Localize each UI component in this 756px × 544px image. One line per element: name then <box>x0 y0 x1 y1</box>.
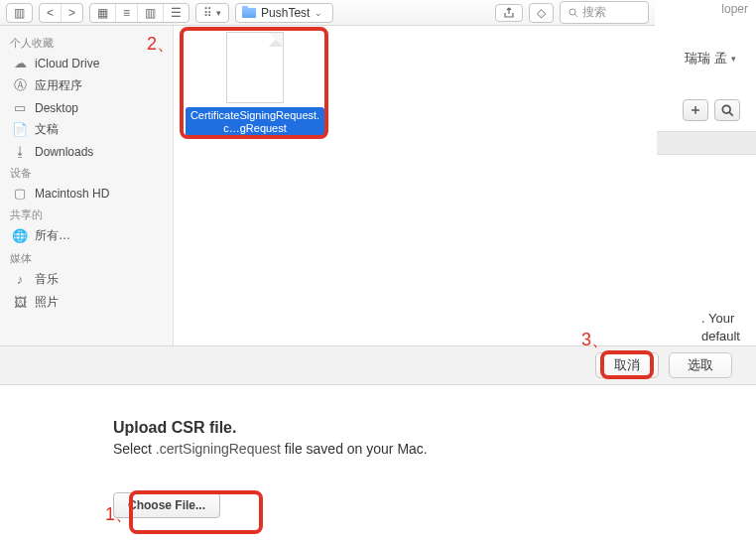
annotation-label-2: 2、 <box>147 32 175 56</box>
user-menu[interactable]: 瑞瑞 孟 ▾ <box>685 50 736 68</box>
folder-icon <box>242 8 256 18</box>
view-columns-icon[interactable]: ▥ <box>137 4 163 22</box>
search-button[interactable] <box>714 99 740 121</box>
background-tab-text: loper <box>721 2 748 16</box>
sidebar-toggle[interactable]: ▥ <box>6 3 33 23</box>
view-coverflow-icon[interactable]: ☰ <box>163 4 189 22</box>
user-name: 瑞瑞 孟 <box>685 50 727 68</box>
sidebar-item-disk[interactable]: ▢Macintosh HD <box>0 183 173 204</box>
view-mode-segment[interactable]: ▦ ≡ ▥ ☰ <box>89 3 189 23</box>
svg-point-2 <box>722 105 730 113</box>
sidebar-header-devices: 设备 <box>0 162 173 183</box>
plus-icon: ＋ <box>689 101 702 119</box>
sidebar-item-applications[interactable]: Ⓐ应用程序 <box>0 73 173 97</box>
tags-button[interactable]: ◇ <box>529 3 554 23</box>
svg-line-3 <box>729 112 733 116</box>
right-toolbar: ＋ <box>683 99 740 121</box>
search-placeholder: 搜索 <box>582 4 606 21</box>
sidebar-item-music[interactable]: ♪音乐 <box>0 268 173 291</box>
search-field[interactable]: 搜索 <box>560 1 649 24</box>
apps-icon: Ⓐ <box>12 76 28 94</box>
view-icon-grid-icon[interactable]: ▦ <box>90 4 115 22</box>
document-icon <box>226 32 284 103</box>
csr-title: Upload CSR file. <box>113 419 716 437</box>
tag-icon: ◇ <box>537 6 546 20</box>
sidebar-item-all-shared[interactable]: 🌐所有… <box>0 224 173 247</box>
search-icon <box>568 8 578 18</box>
sidebar-item-desktop[interactable]: ▭Desktop <box>0 97 173 118</box>
annotation-label-3: 3、 <box>581 328 609 351</box>
folder-name: PushTest <box>261 6 310 20</box>
docs-icon: 📄 <box>12 122 28 137</box>
photos-icon: 🖼 <box>12 295 28 310</box>
desktop-icon: ▭ <box>12 100 28 115</box>
sidebar-item-photos[interactable]: 🖼照片 <box>0 291 173 314</box>
share-icon <box>503 7 515 19</box>
svg-line-1 <box>574 14 577 17</box>
arrange-icon: ⠿ <box>203 6 212 20</box>
csr-section: Upload CSR file. Select .certSigningRequ… <box>113 419 716 518</box>
sidebar-item-icloud[interactable]: ☁iCloud Drive <box>0 53 173 73</box>
file-area[interactable]: CertificateSigningRequest.c…gRequest <box>174 26 655 345</box>
sidebar-header-shared: 共享的 <box>0 204 173 224</box>
chevron-updown-icon: ⌄ <box>315 8 322 18</box>
choose-button[interactable]: 选取 <box>669 352 732 378</box>
sidebar-header-media: 媒体 <box>0 247 173 268</box>
music-icon: ♪ <box>12 272 28 287</box>
dialog-footer: 取消 选取 <box>0 345 756 385</box>
background-strip <box>657 131 756 155</box>
globe-icon: 🌐 <box>12 228 28 243</box>
chevron-down-icon: ▾ <box>731 54 736 64</box>
disk-icon: ▢ <box>12 186 28 201</box>
folder-path-button[interactable]: PushTest ⌄ <box>235 3 333 23</box>
nav-back-forward[interactable]: <> <box>39 3 83 23</box>
add-button[interactable]: ＋ <box>683 99 708 121</box>
cancel-button[interactable]: 取消 <box>595 352 659 378</box>
csr-subtitle: Select .certSigningRequest file saved on… <box>113 441 716 457</box>
svg-point-0 <box>569 9 575 15</box>
file-item-csr[interactable]: CertificateSigningRequest.c…gRequest <box>186 32 324 137</box>
search-icon <box>721 104 734 117</box>
finder-toolbar: ▥ <> ▦ ≡ ▥ ☰ ⠿▾ PushTest ⌄ ◇ 搜索 <box>0 0 655 26</box>
sidebar-item-documents[interactable]: 📄文稿 <box>0 118 173 141</box>
share-button[interactable] <box>495 4 523 22</box>
file-name: CertificateSigningRequest.c…gRequest <box>186 107 324 137</box>
cloud-icon: ☁ <box>12 56 28 70</box>
arrange-menu[interactable]: ⠿▾ <box>195 3 229 23</box>
sidebar-item-downloads[interactable]: ⭳Downloads <box>0 141 173 162</box>
finder-sidebar: 个人收藏 ☁iCloud Drive Ⓐ应用程序 ▭Desktop 📄文稿 ⭳D… <box>0 26 174 345</box>
downloads-icon: ⭳ <box>12 144 28 159</box>
annotation-label-1: 1、 <box>105 502 133 526</box>
view-list-icon[interactable]: ≡ <box>115 4 137 22</box>
